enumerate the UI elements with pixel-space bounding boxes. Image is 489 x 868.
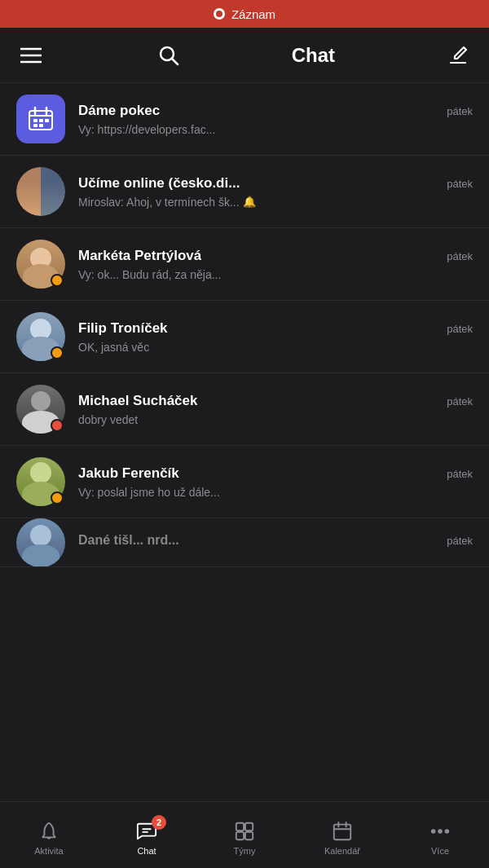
svg-rect-12 bbox=[33, 124, 37, 127]
page-title: Chat bbox=[292, 44, 335, 67]
search-button[interactable] bbox=[154, 41, 183, 70]
chat-item-michael[interactable]: Michael Sucháček pátek dobry vedet bbox=[0, 373, 489, 446]
status-badge-orange bbox=[51, 274, 64, 287]
chat-list: Dáme pokec pátek Vy: https://developers.… bbox=[0, 83, 489, 801]
chat-name: Michael Sucháček bbox=[78, 393, 197, 409]
chat-preview: Vy: https://developers.fac... bbox=[78, 123, 215, 136]
header: Chat bbox=[0, 28, 489, 83]
svg-rect-16 bbox=[236, 822, 244, 830]
chat-time: pátek bbox=[447, 178, 473, 190]
more-icon bbox=[430, 821, 451, 842]
nav-label-aktivita: Aktivita bbox=[34, 846, 63, 856]
chat-content-michael: Michael Sucháček pátek dobry vedet bbox=[78, 393, 473, 426]
chat-item-filip[interactable]: Filip Troníček pátek OK, jasná věc bbox=[0, 301, 489, 373]
avatar-dame-pokec bbox=[16, 95, 65, 143]
status-badge-orange bbox=[51, 346, 64, 359]
svg-rect-20 bbox=[334, 824, 350, 839]
teams-icon bbox=[234, 821, 255, 842]
chat-name: Filip Troníček bbox=[78, 320, 168, 337]
status-bar: Záznam bbox=[0, 0, 489, 28]
chat-preview: dobry vedet bbox=[78, 413, 138, 426]
nav-icon-vice bbox=[429, 820, 452, 843]
avatar-marketa bbox=[16, 240, 65, 289]
chat-preview: OK, jasná věc bbox=[78, 341, 149, 354]
record-icon bbox=[214, 8, 225, 20]
svg-point-25 bbox=[438, 830, 442, 833]
nav-icon-kalendar bbox=[331, 820, 354, 843]
chat-name: Jakub Ferenčík bbox=[78, 465, 179, 482]
chat-item-ucime-online[interactable]: Učíme online (česko.di... pátek Miroslav… bbox=[0, 156, 489, 228]
chat-name: Učíme online (česko.di... bbox=[78, 175, 240, 192]
svg-point-26 bbox=[446, 830, 449, 833]
chat-item-marketa[interactable]: Markéta Petrtýlová pátek Vy: ok... Budu … bbox=[0, 228, 489, 301]
chat-preview: Miroslav: Ahoj, v termínech šk... bbox=[78, 196, 240, 209]
chat-content-marketa: Markéta Petrtýlová pátek Vy: ok... Budu … bbox=[78, 248, 473, 281]
nav-label-tymy: Týmy bbox=[234, 846, 256, 856]
nav-item-kalendar[interactable]: Kalendář bbox=[302, 815, 383, 856]
nav-icon-tymy bbox=[233, 820, 256, 843]
chat-preview: Vy: ok... Budu rád, za něja... bbox=[78, 268, 221, 281]
chat-content-dame-pokec: Dáme pokec pátek Vy: https://developers.… bbox=[78, 103, 473, 136]
chat-content-ucime-online: Učíme online (česko.di... pátek Miroslav… bbox=[78, 175, 473, 209]
nav-icon-aktivita bbox=[37, 820, 60, 843]
svg-rect-13 bbox=[39, 124, 43, 127]
svg-line-4 bbox=[172, 59, 178, 64]
chat-name: Dané tišl... nrd... bbox=[78, 533, 179, 548]
svg-rect-10 bbox=[39, 119, 43, 122]
svg-point-24 bbox=[432, 830, 435, 833]
avatar-filip bbox=[16, 312, 65, 361]
chat-time: pátek bbox=[447, 250, 473, 262]
compose-button[interactable] bbox=[443, 41, 473, 70]
nav-icon-chat: 2 bbox=[135, 820, 158, 843]
nav-item-vice[interactable]: Více bbox=[399, 815, 481, 856]
menu-button[interactable] bbox=[16, 41, 46, 70]
status-badge-red bbox=[51, 419, 64, 432]
chat-time: pátek bbox=[447, 105, 473, 117]
avatar-ucime-online bbox=[16, 167, 65, 216]
chat-time: pátek bbox=[447, 535, 473, 547]
bottom-nav: Aktivita 2 Chat Týmy bbox=[0, 801, 489, 868]
nav-item-chat[interactable]: 2 Chat bbox=[106, 815, 187, 856]
chat-badge: 2 bbox=[152, 815, 166, 830]
svg-rect-11 bbox=[45, 119, 49, 122]
status-badge-orange bbox=[51, 491, 64, 504]
nav-label-chat: Chat bbox=[137, 846, 156, 856]
status-label: Záznam bbox=[231, 7, 275, 21]
chat-item-dame-pokec[interactable]: Dáme pokec pátek Vy: https://developers.… bbox=[0, 83, 489, 156]
chat-time: pátek bbox=[447, 395, 473, 408]
calendar-icon bbox=[332, 821, 353, 842]
avatar-jakub bbox=[16, 457, 65, 506]
chat-name: Markéta Petrtýlová bbox=[78, 248, 201, 264]
chat-content-partial: Dané tišl... nrd... pátek bbox=[78, 533, 473, 552]
svg-rect-17 bbox=[245, 822, 253, 830]
svg-rect-19 bbox=[245, 831, 253, 839]
chat-time: pátek bbox=[447, 468, 473, 480]
nav-label-kalendar: Kalendář bbox=[324, 846, 360, 856]
mute-icon: 🔔 bbox=[243, 196, 256, 208]
chat-item-jakub[interactable]: Jakub Ferenčík pátek Vy: poslal jsme ho … bbox=[0, 446, 489, 518]
svg-rect-9 bbox=[33, 119, 37, 122]
chat-item-partial[interactable]: Dané tišl... nrd... pátek bbox=[0, 518, 489, 567]
chat-preview: Vy: poslal jsme ho už dále... bbox=[78, 486, 220, 499]
avatar-michael bbox=[16, 385, 65, 434]
svg-rect-18 bbox=[236, 831, 244, 839]
nav-item-aktivita[interactable]: Aktivita bbox=[8, 815, 90, 856]
chat-content-jakub: Jakub Ferenčík pátek Vy: poslal jsme ho … bbox=[78, 465, 473, 499]
chat-name: Dáme pokec bbox=[78, 103, 160, 119]
nav-item-tymy[interactable]: Týmy bbox=[204, 815, 285, 856]
nav-label-vice: Více bbox=[431, 846, 449, 856]
chat-content-filip: Filip Troníček pátek OK, jasná věc bbox=[78, 320, 473, 354]
chat-time: pátek bbox=[447, 323, 473, 335]
bell-icon bbox=[38, 821, 59, 842]
avatar-partial bbox=[16, 518, 65, 567]
